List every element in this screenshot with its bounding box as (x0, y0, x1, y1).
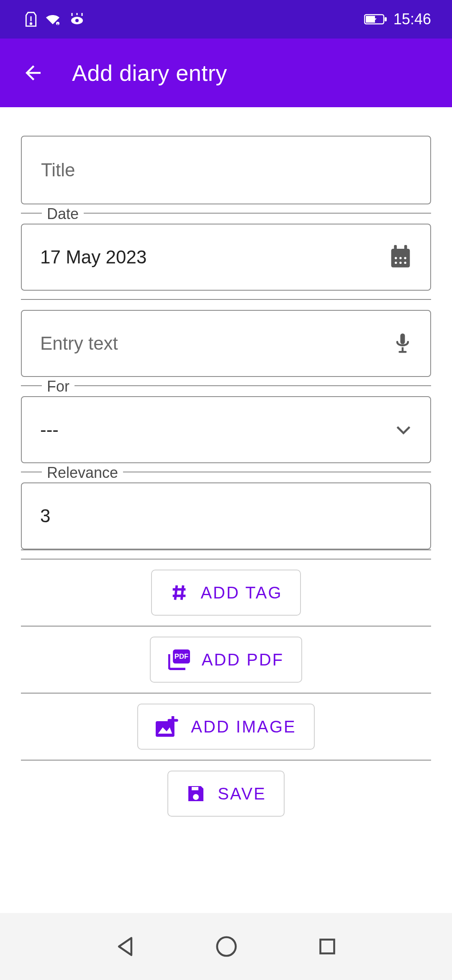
date-field[interactable]: 17 May 2023 (21, 224, 431, 291)
date-label: Date (42, 205, 84, 223)
navigation-bar (0, 913, 452, 980)
entry-text-input[interactable] (40, 333, 393, 354)
chevron-down-icon (395, 424, 412, 435)
svg-point-1 (30, 23, 32, 25)
wifi-icon (44, 13, 61, 26)
svg-point-4 (75, 19, 79, 22)
save-button[interactable]: SAVE (167, 771, 285, 817)
svg-point-12 (395, 257, 397, 259)
svg-rect-30 (192, 787, 198, 790)
battery-charging-icon (364, 13, 388, 25)
svg-point-17 (404, 262, 406, 264)
relevance-field[interactable]: 3 (21, 482, 431, 549)
svg-point-15 (395, 262, 397, 264)
nav-recent-button[interactable] (318, 937, 336, 956)
for-label: For (42, 378, 74, 395)
add-tag-button[interactable]: ADD TAG (151, 570, 300, 616)
add-image-button[interactable]: ADD IMAGE (137, 704, 314, 750)
svg-rect-9 (394, 245, 397, 250)
save-label: SAVE (218, 784, 266, 803)
svg-line-23 (175, 585, 177, 600)
for-dropdown[interactable]: --- (21, 396, 431, 463)
svg-rect-18 (401, 333, 405, 344)
add-pdf-button[interactable]: PDF ADD PDF (150, 637, 303, 683)
svg-point-16 (399, 262, 401, 264)
status-right: 15:46 (364, 10, 431, 28)
title-field[interactable] (21, 136, 431, 204)
svg-text:PDF: PDF (175, 652, 188, 660)
svg-point-14 (404, 257, 406, 259)
page-title: Add diary entry (72, 60, 227, 86)
nav-home-button[interactable] (216, 936, 237, 957)
add-pdf-label: ADD PDF (202, 650, 284, 669)
add-image-section: ADD IMAGE (21, 693, 431, 760)
save-section: SAVE (21, 760, 431, 827)
sim-alert-icon (25, 11, 37, 27)
date-value: 17 May 2023 (40, 247, 146, 268)
svg-point-13 (399, 257, 401, 259)
entry-field[interactable] (21, 310, 431, 377)
for-group: For --- (21, 385, 431, 463)
save-icon (186, 784, 206, 804)
add-tag-label: ADD TAG (200, 583, 282, 602)
status-bar: 15:46 (0, 0, 452, 39)
add-pdf-section: PDF ADD PDF (21, 626, 431, 693)
svg-rect-33 (320, 940, 334, 954)
back-button[interactable] (22, 62, 44, 84)
app-bar: Add diary entry (0, 39, 452, 107)
svg-rect-10 (404, 245, 407, 250)
relevance-label: Relevance (42, 464, 123, 482)
nav-back-button[interactable] (116, 936, 135, 957)
form-content: Date 17 May 2023 (0, 107, 452, 913)
add-image-label: ADD IMAGE (191, 717, 296, 736)
eye-icon (69, 13, 85, 26)
svg-point-31 (193, 794, 199, 800)
svg-line-24 (182, 585, 183, 600)
relevance-group: Relevance 3 (21, 472, 431, 550)
svg-point-32 (217, 937, 236, 956)
calendar-icon[interactable] (389, 245, 412, 269)
title-input[interactable] (41, 160, 411, 181)
pdf-icon: PDF (168, 649, 190, 670)
microphone-icon[interactable] (393, 332, 412, 355)
for-value: --- (40, 419, 59, 440)
add-image-icon (156, 716, 179, 737)
svg-rect-6 (385, 17, 387, 21)
date-group: Date 17 May 2023 (21, 213, 431, 291)
relevance-value: 3 (40, 505, 50, 526)
status-left-icons (25, 11, 85, 27)
add-tag-section: ADD TAG (21, 559, 431, 626)
status-time: 15:46 (393, 10, 431, 28)
hash-icon (170, 583, 189, 602)
entry-group (21, 299, 431, 377)
